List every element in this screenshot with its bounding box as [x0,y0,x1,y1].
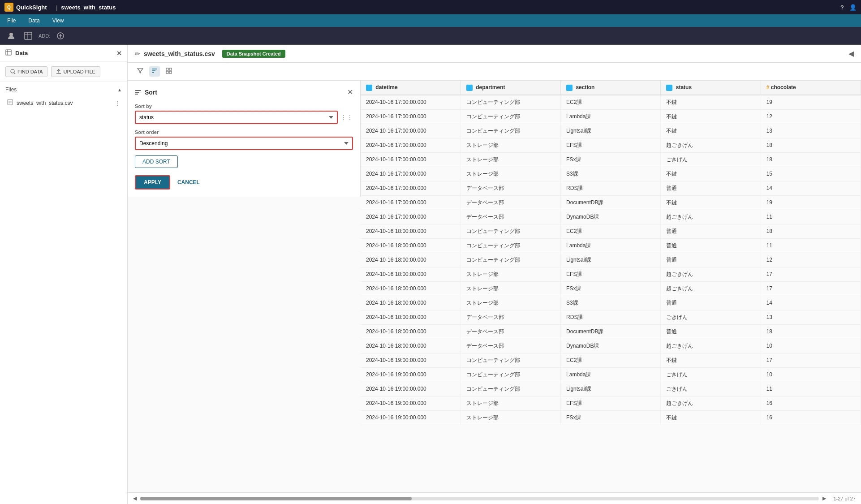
cell-6-1: データベース部 [461,181,560,195]
cell-22-3: 不鍵 [661,410,761,425]
menu-file[interactable]: File [4,16,18,26]
find-data-button[interactable]: FIND DATA [5,66,47,77]
user-icon[interactable]: 👤 [849,4,857,11]
cell-1-4: 12 [761,109,861,124]
cell-18-2: EC2課 [561,353,661,367]
sort-panel-wrapper: Sort ✕ Sort by status datetime departmen… [128,81,861,492]
files-label: Files [5,86,17,93]
sort-title-text: Sort [145,89,157,96]
collapse-button[interactable]: ◀ [848,49,854,58]
cell-8-3: 超ごきげん [661,210,761,224]
cell-5-0: 2024-10-16 17:00:00.000 [361,167,461,181]
cell-17-1: データベース部 [461,339,560,353]
data-table-container[interactable]: datetime department section [361,81,861,492]
table-row: 2024-10-16 18:00:00.000ストレージ部FSx課超ごきげん17 [361,281,861,296]
sort-by-select[interactable]: status datetime department section choco… [135,111,338,124]
cancel-button[interactable]: CANCEL [174,176,203,189]
sidebar-actions: FIND DATA UPLOAD FILE [0,62,127,82]
cell-15-0: 2024-10-16 18:00:00.000 [361,310,461,324]
filter-icon-btn[interactable] [135,66,146,77]
cell-4-2: FSx課 [561,152,661,167]
cell-13-4: 17 [761,281,861,296]
sort-icon-btn[interactable] [149,66,160,77]
sort-panel: Sort ✕ Sort by status datetime departmen… [128,81,361,197]
toolbar-table-icon[interactable] [22,30,35,42]
cell-9-2: EC2課 [561,224,661,238]
sort-by-label: Sort by [135,103,353,109]
cell-13-3: 超ごきげん [661,281,761,296]
cell-11-4: 12 [761,253,861,267]
cell-8-0: 2024-10-16 17:00:00.000 [361,210,461,224]
cell-7-0: 2024-10-16 17:00:00.000 [361,195,461,210]
cell-4-0: 2024-10-16 17:00:00.000 [361,152,461,167]
cell-16-1: データベース部 [461,324,560,339]
scroll-left-arrow[interactable]: ◀ [133,495,137,501]
cell-9-3: 普通 [661,224,761,238]
cell-0-0: 2024-10-16 17:00:00.000 [361,95,461,110]
scroll-right-arrow[interactable]: ▶ [822,495,826,501]
cell-17-3: 超ごきげん [661,339,761,353]
snapshot-badge: Data Snapshot Created [222,50,285,58]
table-row: 2024-10-16 19:00:00.000コンピューティング部Lambda課… [361,367,861,382]
sort-by-row: status datetime department section choco… [135,111,353,124]
grid-view-btn[interactable] [164,66,174,77]
cell-7-2: DocumentDB課 [561,195,661,210]
cell-18-4: 17 [761,353,861,367]
files-chevron-icon[interactable]: ▲ [117,87,122,92]
cell-20-2: Lightsail課 [561,382,661,396]
table-row: 2024-10-16 18:00:00.000コンピューティング部Lightsa… [361,253,861,267]
cell-16-3: 普通 [661,324,761,339]
svg-rect-20 [169,68,172,70]
table-row: 2024-10-16 18:00:00.000データベース部RDS課ごきげん13 [361,310,861,324]
cell-17-2: DynamoDB課 [561,339,661,353]
table-body: 2024-10-16 17:00:00.000コンピューティング部EC2課不鍵1… [361,95,861,425]
svg-rect-19 [166,68,168,70]
table-row: 2024-10-16 17:00:00.000コンピューティング部Lambda課… [361,109,861,124]
scroll-track[interactable] [140,497,819,500]
file-item[interactable]: sweets_with_status.csv ⋮ [5,96,122,109]
cell-19-2: Lambda課 [561,367,661,382]
sort-order-select[interactable]: Descending Ascending [135,137,353,150]
topbar-icons: ? 👤 [840,4,857,11]
cell-16-0: 2024-10-16 18:00:00.000 [361,324,461,339]
cell-18-0: 2024-10-16 19:00:00.000 [361,353,461,367]
table-row: 2024-10-16 17:00:00.000ストレージ部FSx課ごきげん18 [361,152,861,167]
menu-data[interactable]: Data [26,16,42,26]
type-icon-date [366,85,372,91]
files-header: Files ▲ [5,86,122,93]
edit-icon: ✏ [135,50,140,57]
cell-3-4: 18 [761,138,861,152]
toolbar-add-icon[interactable] [54,30,67,42]
sort-drag-handle[interactable]: ⋮⋮ [340,114,353,121]
cell-18-1: コンピューティング部 [461,353,560,367]
table-row: 2024-10-16 17:00:00.000コンピューティング部Lightsa… [361,124,861,138]
type-icon-str-status [666,85,672,91]
cell-22-4: 16 [761,410,861,425]
apply-button[interactable]: APPLY [135,175,170,190]
app-logo: Q QuickSight [4,3,47,12]
sort-title: Sort [135,89,157,96]
upload-file-button[interactable]: UPLOAD FILE [51,66,100,77]
table-row: 2024-10-16 17:00:00.000データベース部DocumentDB… [361,195,861,210]
toolbar-person-icon[interactable] [4,30,18,42]
cell-2-4: 13 [761,124,861,138]
cell-19-1: コンピューティング部 [461,367,560,382]
cell-0-4: 19 [761,95,861,110]
file-menu-icon[interactable]: ⋮ [115,100,120,106]
add-sort-button[interactable]: ADD SORT [135,155,178,168]
type-icon-hash: # [766,84,770,90]
sort-close-button[interactable]: ✕ [347,88,353,96]
cell-0-3: 不鍵 [661,95,761,110]
cell-14-0: 2024-10-16 18:00:00.000 [361,296,461,310]
help-icon[interactable]: ? [840,4,844,11]
menu-view[interactable]: View [50,16,67,26]
table-row: 2024-10-16 18:00:00.000コンピューティング部Lambda課… [361,238,861,253]
cell-1-0: 2024-10-16 17:00:00.000 [361,109,461,124]
pagination-label: 1-27 of 27 [833,496,856,501]
cell-0-2: EC2課 [561,95,661,110]
sidebar-close-button[interactable]: ✕ [116,50,122,57]
cell-10-0: 2024-10-16 18:00:00.000 [361,238,461,253]
cell-14-1: ストレージ部 [461,296,560,310]
file-doc-icon [7,99,13,107]
cell-20-0: 2024-10-16 19:00:00.000 [361,382,461,396]
